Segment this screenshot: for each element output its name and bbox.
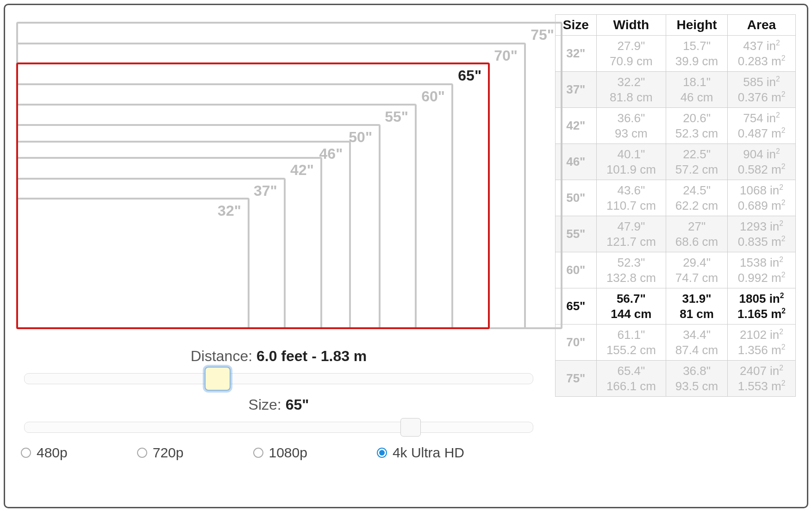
resolution-option-label: 480p — [37, 445, 68, 461]
table-row: 70"61.1"155.2 cm34.4"87.4 cm2102 in21.35… — [556, 325, 796, 361]
cell-height: 22.5"57.2 cm — [666, 144, 728, 180]
cell-width: 43.6"110.7 cm — [596, 180, 666, 216]
cell-width: 32.2"81.8 cm — [596, 72, 666, 108]
cell-area: 1538 in20.992 m2 — [728, 252, 796, 288]
size-diagram: 32"37"42"46"50"55"60"65"70"75" — [16, 14, 541, 329]
cell-width: 27.9"70.9 cm — [596, 36, 666, 72]
cell-width: 36.6"93 cm — [596, 108, 666, 144]
resolution-option-label: 1080p — [269, 445, 307, 461]
cell-width: 65.4"166.1 cm — [596, 361, 666, 397]
cell-height: 24.5"62.2 cm — [666, 180, 728, 216]
cell-height: 27"68.6 cm — [666, 216, 728, 252]
cell-width: 61.1"155.2 cm — [596, 325, 666, 361]
size-slider[interactable] — [24, 422, 533, 433]
cell-height: 34.4"87.4 cm — [666, 325, 728, 361]
cell-height: 20.6"52.3 cm — [666, 108, 728, 144]
resolution-option-1080p[interactable]: 1080p — [253, 445, 307, 461]
cell-height: 18.1"46 cm — [666, 72, 728, 108]
table-row: 37"32.2"81.8 cm18.1"46 cm585 in20.376 m2 — [556, 72, 796, 108]
size-label-row: Size: 65" — [16, 396, 541, 413]
diagram-rect-label: 75" — [531, 26, 554, 44]
cell-width: 47.9"121.7 cm — [596, 216, 666, 252]
distance-slider[interactable] — [24, 373, 533, 384]
distance-label-row: Distance: 6.0 feet - 1.83 m — [16, 348, 541, 365]
diagram-rect-label: 65" — [458, 67, 481, 84]
resolution-radio-group: 480p720p1080p4k Ultra HD — [16, 445, 541, 461]
cell-area: 1293 in20.835 m2 — [728, 216, 796, 252]
size-table: SizeWidthHeightArea 32"27.9"70.9 cm15.7"… — [555, 14, 796, 397]
distance-value: 6.0 feet - 1.83 m — [256, 348, 367, 364]
distance-slider-thumb[interactable] — [205, 367, 231, 391]
cell-height: 36.8"93.5 cm — [666, 361, 728, 397]
left-panel: 32"37"42"46"50"55"60"65"70"75" Distance:… — [16, 14, 541, 498]
controls: Distance: 6.0 feet - 1.83 m Size: 65" 48… — [16, 348, 541, 461]
table-header: Width — [596, 15, 666, 36]
size-slider-thumb[interactable] — [400, 418, 421, 437]
table-row: 60"52.3"132.8 cm29.4"74.7 cm1538 in20.99… — [556, 252, 796, 288]
radio-icon[interactable] — [377, 448, 387, 458]
table-row: 55"47.9"121.7 cm27"68.6 cm1293 in20.835 … — [556, 216, 796, 252]
cell-area: 2407 in21.553 m2 — [728, 361, 796, 397]
cell-size: 75" — [556, 361, 597, 397]
app-frame: 32"37"42"46"50"55"60"65"70"75" Distance:… — [4, 4, 808, 508]
table-row: 65"56.7"144 cm31.9"81 cm1805 in21.165 m2 — [556, 288, 796, 325]
cell-area: 754 in20.487 m2 — [728, 108, 796, 144]
table-header: Height — [666, 15, 728, 36]
cell-area: 437 in20.283 m2 — [728, 36, 796, 72]
cell-width: 52.3"132.8 cm — [596, 252, 666, 288]
table-row: 32"27.9"70.9 cm15.7"39.9 cm437 in20.283 … — [556, 36, 796, 72]
table-row: 46"40.1"101.9 cm22.5"57.2 cm904 in20.582… — [556, 144, 796, 180]
cell-height: 31.9"81 cm — [666, 288, 728, 325]
cell-width: 40.1"101.9 cm — [596, 144, 666, 180]
table-header: Area — [728, 15, 796, 36]
resolution-option-label: 4k Ultra HD — [393, 445, 464, 461]
resolution-option-720p[interactable]: 720p — [137, 445, 184, 461]
cell-width: 56.7"144 cm — [596, 288, 666, 325]
cell-area: 2102 in21.356 m2 — [728, 325, 796, 361]
cell-height: 29.4"74.7 cm — [666, 252, 728, 288]
size-value: 65" — [286, 396, 309, 413]
cell-area: 585 in20.376 m2 — [728, 72, 796, 108]
cell-size: 70" — [556, 325, 597, 361]
distance-label-prefix: Distance: — [191, 348, 256, 364]
resolution-option-480p[interactable]: 480p — [21, 445, 68, 461]
radio-icon[interactable] — [137, 448, 147, 458]
diagram-rect-65: 65" — [16, 62, 490, 329]
resolution-option-4k-ultra-hd[interactable]: 4k Ultra HD — [377, 445, 464, 461]
cell-area: 1805 in21.165 m2 — [728, 288, 796, 325]
resolution-option-label: 720p — [153, 445, 184, 461]
radio-icon[interactable] — [253, 448, 263, 458]
cell-height: 15.7"39.9 cm — [666, 36, 728, 72]
right-panel: SizeWidthHeightArea 32"27.9"70.9 cm15.7"… — [555, 14, 796, 498]
size-label-prefix: Size: — [249, 396, 286, 413]
radio-icon[interactable] — [21, 448, 31, 458]
table-row: 50"43.6"110.7 cm24.5"62.2 cm1068 in20.68… — [556, 180, 796, 216]
table-row: 42"36.6"93 cm20.6"52.3 cm754 in20.487 m2 — [556, 108, 796, 144]
cell-area: 904 in20.582 m2 — [728, 144, 796, 180]
cell-area: 1068 in20.689 m2 — [728, 180, 796, 216]
table-row: 75"65.4"166.1 cm36.8"93.5 cm2407 in21.55… — [556, 361, 796, 397]
